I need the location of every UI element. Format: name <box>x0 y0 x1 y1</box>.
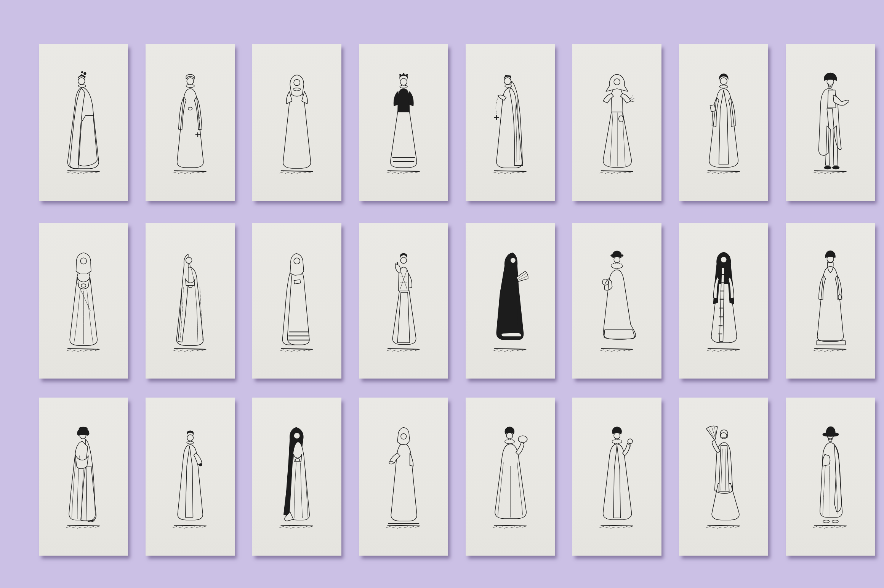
costume-figure-illustration <box>161 246 219 355</box>
engraving-card[interactable] <box>359 44 448 201</box>
engraving-card[interactable] <box>146 398 235 556</box>
engraving-card[interactable] <box>786 223 875 379</box>
costume-figure-illustration <box>54 246 113 355</box>
costume-figure-illustration <box>374 246 433 355</box>
engraving-card[interactable] <box>252 398 341 556</box>
costume-figure-illustration <box>801 67 860 177</box>
engraving-card[interactable] <box>359 398 448 556</box>
engraving-card[interactable] <box>359 223 448 379</box>
engraving-card[interactable] <box>786 398 875 556</box>
costume-figure-illustration <box>694 421 753 532</box>
costume-figure-illustration <box>374 421 433 532</box>
engraving-card[interactable] <box>252 44 341 201</box>
costume-figure-illustration <box>267 67 326 177</box>
engraving-card[interactable] <box>679 223 768 379</box>
costume-figure-illustration <box>588 246 646 355</box>
engraving-card[interactable] <box>146 223 235 379</box>
engraving-card[interactable] <box>572 44 661 201</box>
engravings-gallery-board <box>0 0 884 588</box>
costume-figure-illustration <box>481 421 540 532</box>
engraving-card[interactable] <box>572 223 661 379</box>
engraving-card[interactable] <box>39 44 128 201</box>
costume-figure-illustration <box>801 246 860 355</box>
engraving-card[interactable] <box>146 44 235 201</box>
costume-figure-illustration <box>267 421 326 532</box>
engraving-card[interactable] <box>679 44 768 201</box>
costume-figure-illustration <box>694 67 753 177</box>
costume-figure-illustration <box>588 67 646 177</box>
engraving-card[interactable] <box>786 44 875 201</box>
engraving-card[interactable] <box>39 398 128 556</box>
costume-figure-illustration <box>481 67 540 177</box>
engraving-card[interactable] <box>466 223 555 379</box>
costume-figure-illustration <box>694 246 753 355</box>
costume-figure-illustration <box>161 421 219 532</box>
costume-figure-illustration <box>267 246 326 355</box>
engraving-card[interactable] <box>252 223 341 379</box>
engraving-card[interactable] <box>466 398 555 556</box>
costume-figure-illustration <box>54 421 113 532</box>
costume-figure-illustration <box>481 246 540 355</box>
engraving-card[interactable] <box>39 223 128 379</box>
costume-figure-illustration <box>161 67 219 177</box>
costume-figure-illustration <box>588 421 646 532</box>
costume-figure-illustration <box>54 67 113 177</box>
costume-figure-illustration <box>374 67 433 177</box>
engraving-card[interactable] <box>466 44 555 201</box>
engraving-card[interactable] <box>572 398 661 556</box>
costume-figure-illustration <box>801 421 860 532</box>
engraving-card[interactable] <box>679 398 768 556</box>
